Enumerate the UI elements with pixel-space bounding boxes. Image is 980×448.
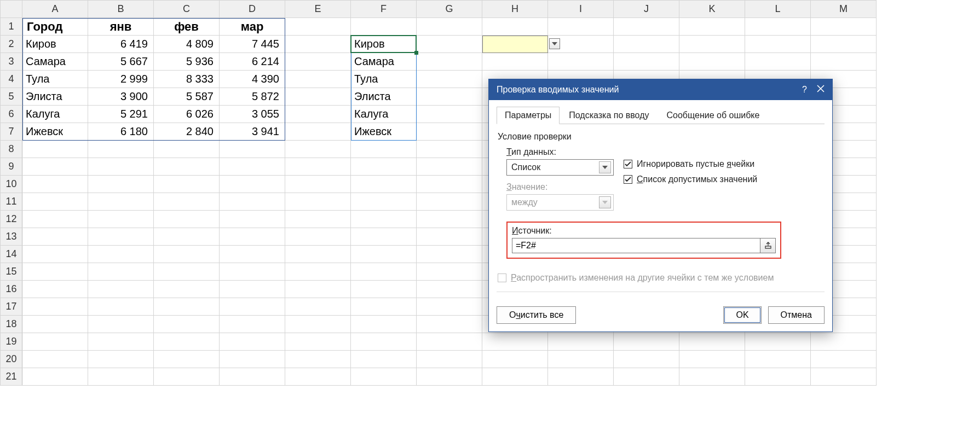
- cell-C1[interactable]: фев: [154, 18, 220, 36]
- cell-L21[interactable]: [745, 368, 811, 386]
- cell-C10[interactable]: [154, 176, 220, 193]
- cell-B12[interactable]: [88, 211, 154, 228]
- cell-G16[interactable]: [417, 281, 482, 298]
- cell-E7[interactable]: [285, 123, 351, 141]
- cell-G19[interactable]: [417, 333, 482, 351]
- cell-J3[interactable]: [614, 53, 679, 71]
- cell-C21[interactable]: [154, 368, 220, 386]
- cell-K20[interactable]: [679, 351, 745, 368]
- cell-H20[interactable]: [482, 351, 548, 368]
- ok-button[interactable]: OK: [723, 306, 761, 324]
- ignore-blank-checkbox[interactable]: Игнорировать пустые ячейки: [624, 159, 757, 169]
- cell-C11[interactable]: [154, 193, 220, 211]
- cell-G14[interactable]: [417, 246, 482, 263]
- cell-B14[interactable]: [88, 246, 154, 263]
- cell-E5[interactable]: [285, 88, 351, 106]
- data-validation-dropdown-button[interactable]: [549, 38, 560, 49]
- cell-D5[interactable]: 5 872: [220, 88, 285, 106]
- cell-M3[interactable]: [811, 53, 877, 71]
- cancel-button[interactable]: Отмена: [768, 306, 825, 324]
- cell-F7[interactable]: Ижевск: [351, 123, 417, 141]
- cell-E2[interactable]: [285, 36, 351, 53]
- cell-E14[interactable]: [285, 246, 351, 263]
- cell-D10[interactable]: [220, 176, 285, 193]
- cell-F11[interactable]: [351, 193, 417, 211]
- cell-F17[interactable]: [351, 298, 417, 316]
- cell-D12[interactable]: [220, 211, 285, 228]
- cell-B2[interactable]: 6 419: [88, 36, 154, 53]
- cell-A15[interactable]: [22, 263, 88, 281]
- row-header-18[interactable]: 18: [1, 316, 22, 333]
- cell-A14[interactable]: [22, 246, 88, 263]
- cell-A20[interactable]: [22, 351, 88, 368]
- cell-D7[interactable]: 3 941: [220, 123, 285, 141]
- cell-B6[interactable]: 5 291: [88, 106, 154, 123]
- cell-C4[interactable]: 8 333: [154, 71, 220, 88]
- row-header-12[interactable]: 12: [1, 211, 22, 228]
- cell-D1[interactable]: мар: [220, 18, 285, 36]
- tab-settings[interactable]: Параметры: [497, 107, 560, 124]
- select-all-corner[interactable]: [1, 1, 22, 18]
- cell-J1[interactable]: [614, 18, 679, 36]
- row-header-17[interactable]: 17: [1, 298, 22, 316]
- column-header-F[interactable]: F: [351, 1, 417, 18]
- cell-L19[interactable]: [745, 333, 811, 351]
- cell-M1[interactable]: [811, 18, 877, 36]
- cell-H1[interactable]: [482, 18, 548, 36]
- cell-G4[interactable]: [417, 71, 482, 88]
- cell-A9[interactable]: [22, 158, 88, 176]
- cell-D20[interactable]: [220, 351, 285, 368]
- cell-A1[interactable]: Город: [22, 18, 88, 36]
- cell-D16[interactable]: [220, 281, 285, 298]
- cell-C6[interactable]: 6 026: [154, 106, 220, 123]
- cell-F18[interactable]: [351, 316, 417, 333]
- cell-E6[interactable]: [285, 106, 351, 123]
- cell-B15[interactable]: [88, 263, 154, 281]
- cell-B8[interactable]: [88, 141, 154, 158]
- collapse-dialog-button[interactable]: [760, 238, 776, 253]
- cell-B16[interactable]: [88, 281, 154, 298]
- cell-C16[interactable]: [154, 281, 220, 298]
- column-header-I[interactable]: I: [548, 1, 614, 18]
- cell-G12[interactable]: [417, 211, 482, 228]
- cell-L20[interactable]: [745, 351, 811, 368]
- cell-K19[interactable]: [679, 333, 745, 351]
- cell-I21[interactable]: [548, 368, 614, 386]
- cell-F13[interactable]: [351, 228, 417, 246]
- cell-H19[interactable]: [482, 333, 548, 351]
- cell-C15[interactable]: [154, 263, 220, 281]
- column-header-A[interactable]: A: [22, 1, 88, 18]
- cell-G10[interactable]: [417, 176, 482, 193]
- cell-A16[interactable]: [22, 281, 88, 298]
- cell-G18[interactable]: [417, 316, 482, 333]
- cell-G1[interactable]: [417, 18, 482, 36]
- row-header-19[interactable]: 19: [1, 333, 22, 351]
- cell-F14[interactable]: [351, 246, 417, 263]
- dialog-help-button[interactable]: ?: [802, 85, 807, 95]
- cell-C9[interactable]: [154, 158, 220, 176]
- cell-G17[interactable]: [417, 298, 482, 316]
- cell-B4[interactable]: 2 999: [88, 71, 154, 88]
- row-header-6[interactable]: 6: [1, 106, 22, 123]
- source-input[interactable]: [512, 238, 760, 253]
- cell-B1[interactable]: янв: [88, 18, 154, 36]
- cell-G15[interactable]: [417, 263, 482, 281]
- tab-error-alert[interactable]: Сообщение об ошибке: [659, 107, 768, 124]
- cell-F10[interactable]: [351, 176, 417, 193]
- cell-C17[interactable]: [154, 298, 220, 316]
- cell-G8[interactable]: [417, 141, 482, 158]
- cell-C18[interactable]: [154, 316, 220, 333]
- cell-E4[interactable]: [285, 71, 351, 88]
- cell-D19[interactable]: [220, 333, 285, 351]
- column-header-E[interactable]: E: [285, 1, 351, 18]
- cell-B21[interactable]: [88, 368, 154, 386]
- cell-L2[interactable]: [745, 36, 811, 53]
- cell-K2[interactable]: [679, 36, 745, 53]
- cell-G3[interactable]: [417, 53, 482, 71]
- cell-G5[interactable]: [417, 88, 482, 106]
- cell-F20[interactable]: [351, 351, 417, 368]
- cell-D2[interactable]: 7 445: [220, 36, 285, 53]
- cell-C5[interactable]: 5 587: [154, 88, 220, 106]
- cell-A13[interactable]: [22, 228, 88, 246]
- cell-D14[interactable]: [220, 246, 285, 263]
